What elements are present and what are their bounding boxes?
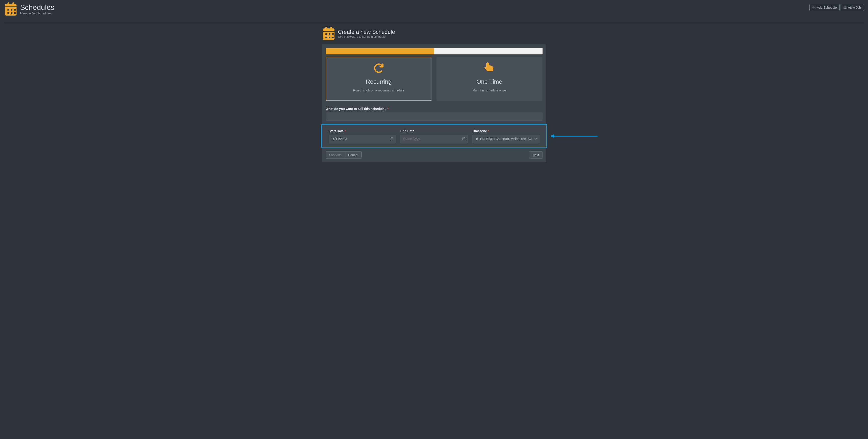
start-date-label: Start Date * xyxy=(329,129,396,133)
previous-button[interactable]: Previous xyxy=(326,151,345,159)
wizard-panel: Recurring Run this job on a recurring sc… xyxy=(322,44,546,162)
next-button[interactable]: Next xyxy=(529,151,542,159)
option-recurring-desc: Run this job on a recurring schedule xyxy=(330,89,428,92)
schedule-name-input[interactable] xyxy=(326,113,542,121)
wizard-title: Create a new Schedule xyxy=(338,29,395,35)
cancel-button[interactable]: Cancel xyxy=(345,151,362,159)
calendar-icon xyxy=(4,2,18,16)
end-date-label: End Date xyxy=(401,129,468,133)
required-marker: * xyxy=(345,129,346,133)
arrow-annotation xyxy=(550,134,598,138)
wizard-header: Create a new Schedule Use this wizard to… xyxy=(322,27,546,41)
end-date-input[interactable] xyxy=(401,135,468,143)
option-recurring[interactable]: Recurring Run this job on a recurring sc… xyxy=(326,57,432,101)
svg-marker-1 xyxy=(550,134,554,138)
page-subtitle: Manage Job Schedules. xyxy=(20,12,54,15)
page-header: Schedules Manage Job Schedules. Add Sche… xyxy=(4,2,864,22)
progress-fill xyxy=(326,48,434,55)
header-buttons: Add Schedule View Job xyxy=(809,4,864,11)
option-recurring-title: Recurring xyxy=(330,78,428,85)
rotate-icon xyxy=(374,71,384,74)
plus-icon xyxy=(812,6,815,9)
page-title: Schedules xyxy=(20,3,54,11)
progress-bar xyxy=(326,48,542,55)
calendar-icon xyxy=(322,27,335,41)
add-schedule-button[interactable]: Add Schedule xyxy=(809,4,840,11)
timezone-label: Timezone * xyxy=(472,129,539,133)
option-onetime-desc: Run this schedule once xyxy=(440,89,539,92)
start-date-input[interactable] xyxy=(329,135,396,143)
view-job-label: View Job xyxy=(848,6,861,9)
timezone-select[interactable]: (UTC+10:00) Canberra, Melbourne, Sydney xyxy=(472,135,539,143)
view-job-button[interactable]: View Job xyxy=(841,4,864,11)
schedule-name-label: What do you want to call this schedule? … xyxy=(326,107,542,111)
required-marker: * xyxy=(488,129,489,133)
title-block: Schedules Manage Job Schedules. xyxy=(4,2,54,16)
wizard-subtitle: Use this wizard to set up a schedule. xyxy=(338,35,395,38)
required-marker: * xyxy=(387,107,389,111)
option-onetime[interactable]: One Time Run this schedule once xyxy=(436,57,542,101)
option-onetime-title: One Time xyxy=(440,78,539,85)
highlight-box: Start Date * End Date xyxy=(321,124,547,148)
hand-pointer-icon xyxy=(485,71,495,74)
add-schedule-label: Add Schedule xyxy=(817,6,837,9)
list-icon xyxy=(843,6,846,9)
